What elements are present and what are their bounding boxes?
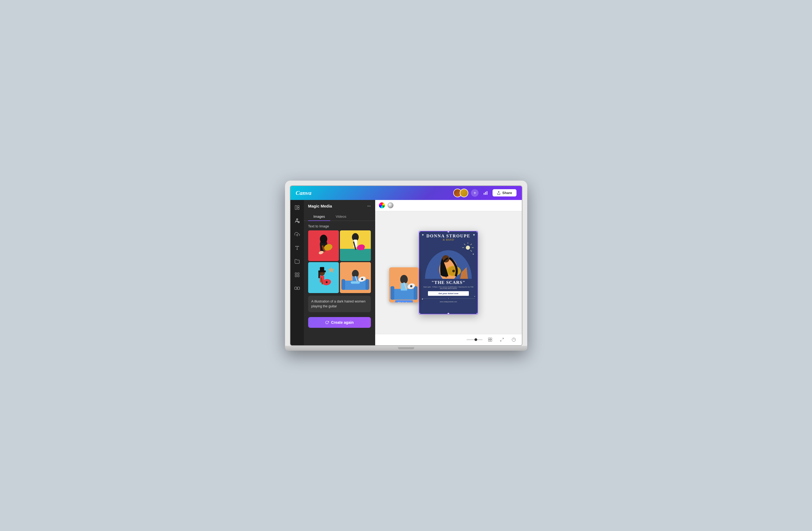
laptop-frame: Canva + Shar (285, 181, 527, 351)
svg-rect-80 (488, 338, 490, 339)
floating-image-card[interactable]: Nicholas (389, 267, 419, 302)
svg-rect-2 (487, 191, 488, 195)
avatar-2 (460, 189, 468, 197)
panel-options-button[interactable]: ··· (367, 204, 371, 209)
generated-image-3[interactable] (308, 262, 339, 293)
svg-rect-11 (295, 273, 296, 274)
svg-rect-16 (297, 287, 299, 289)
share-button[interactable]: Share (493, 189, 516, 197)
svg-line-77 (464, 244, 465, 245)
star-1: ✦ (421, 233, 424, 237)
sidebar-icon-folders[interactable] (293, 257, 302, 266)
svg-rect-14 (298, 275, 299, 277)
poster-ticket-button[interactable]: Get your ticket now (428, 291, 468, 296)
magic-ball-icon[interactable] (388, 202, 393, 208)
svg-rect-56 (391, 286, 394, 300)
help-button[interactable] (509, 335, 518, 344)
tab-images[interactable]: Images (308, 212, 331, 221)
svg-point-86 (512, 338, 516, 341)
svg-line-85 (500, 340, 502, 341)
panel-header: Magic Media ··· (304, 200, 375, 212)
poster-dividers: ✦ (419, 297, 477, 300)
grid-view-button[interactable] (486, 335, 494, 344)
poster-inner: ✦ ✦ ✦ + ✦ DONNA STROUPE & BAND (419, 231, 477, 314)
svg-point-72 (466, 246, 470, 250)
laptop-screen: Canva + Shar (290, 185, 522, 346)
laptop-base (285, 346, 527, 351)
svg-rect-26 (340, 249, 371, 261)
svg-rect-83 (490, 340, 492, 342)
tti-label: Text to Image (304, 221, 375, 230)
svg-rect-13 (295, 275, 296, 277)
sidebar-icon-elements[interactable] (293, 217, 302, 225)
canvas-bottom-bar (375, 334, 522, 345)
svg-rect-50 (351, 281, 360, 284)
poster-song-title: "THE SCARS" (419, 279, 477, 285)
sidebar-icon-apps[interactable] (293, 271, 302, 279)
canva-logo: Canva (296, 189, 450, 197)
svg-rect-57 (414, 286, 418, 300)
sidebar-icon-layout[interactable] (293, 203, 302, 212)
svg-rect-15 (294, 287, 296, 289)
zoom-thumb (475, 338, 477, 341)
svg-line-74 (470, 244, 472, 245)
star-4: + (474, 295, 475, 298)
generated-image-1[interactable] (308, 230, 339, 261)
poster-illustration (419, 241, 477, 279)
svg-rect-81 (490, 338, 492, 339)
sidebar (290, 200, 304, 345)
expand-button[interactable] (498, 335, 506, 344)
svg-rect-1 (485, 192, 486, 195)
top-bar: Canva + Shar (290, 186, 522, 200)
svg-rect-5 (298, 207, 299, 210)
svg-line-76 (470, 250, 472, 252)
laptop-notch (398, 347, 414, 349)
zoom-control[interactable] (466, 339, 482, 340)
color-wheel-icon[interactable] (379, 202, 385, 208)
svg-point-52 (361, 278, 363, 280)
create-again-button[interactable]: Create again (308, 317, 371, 328)
svg-point-69 (452, 270, 455, 272)
tab-videos[interactable]: Videos (330, 212, 352, 221)
sidebar-icon-brand[interactable] (293, 284, 302, 292)
sidebar-icon-uploads[interactable] (293, 230, 302, 239)
zoom-slider[interactable] (466, 339, 482, 340)
panel-title: Magic Media (308, 204, 332, 208)
svg-rect-0 (484, 193, 485, 195)
svg-point-21 (320, 235, 327, 243)
sidebar-icon-text[interactable] (293, 244, 302, 252)
panel-tabs: Images Videos (304, 212, 375, 221)
svg-rect-46 (365, 279, 369, 290)
svg-rect-45 (342, 279, 345, 290)
generated-image-2[interactable] (340, 230, 371, 261)
svg-point-32 (362, 248, 364, 250)
svg-rect-82 (488, 340, 490, 342)
svg-point-41 (326, 281, 328, 283)
canvas-area: Nicholas ✦ (375, 200, 522, 345)
canvas-toolbar (375, 200, 522, 211)
canvas-main[interactable]: Nicholas ✦ (375, 211, 522, 334)
add-collaborator-button[interactable]: + (471, 189, 479, 197)
star-2: ✦ (473, 233, 475, 237)
magic-media-panel: Magic Media ··· Images Videos Text to Im… (304, 200, 375, 345)
svg-rect-4 (298, 205, 299, 207)
main-content: Magic Media ··· Images Videos Text to Im… (290, 200, 522, 345)
svg-rect-12 (298, 273, 299, 274)
svg-point-6 (296, 218, 298, 220)
poster-artist-name: DONNA STROUPE & BAND (419, 231, 477, 241)
poster-website: www.reallygreatsite.com (419, 300, 477, 303)
poster-event-details: Open gate · 4:00pm | The Larana Amphithe… (419, 285, 477, 290)
prompt-text-box[interactable]: A illustration of a dark haired women pl… (308, 296, 371, 313)
share-icon (497, 191, 501, 195)
generated-images-grid (304, 230, 375, 293)
star-5: ✦ (421, 298, 423, 300)
svg-point-62 (410, 285, 412, 287)
svg-rect-37 (320, 267, 324, 271)
svg-rect-3 (295, 205, 296, 210)
refresh-icon (325, 320, 329, 324)
generated-image-4[interactable] (340, 262, 371, 293)
nicholas-badge: Nicholas (395, 300, 413, 302)
concert-poster[interactable]: ✦ ✦ ✦ + ✦ DONNA STROUPE & BAND (419, 231, 478, 314)
analytics-icon[interactable] (481, 189, 490, 197)
svg-line-84 (502, 338, 504, 339)
